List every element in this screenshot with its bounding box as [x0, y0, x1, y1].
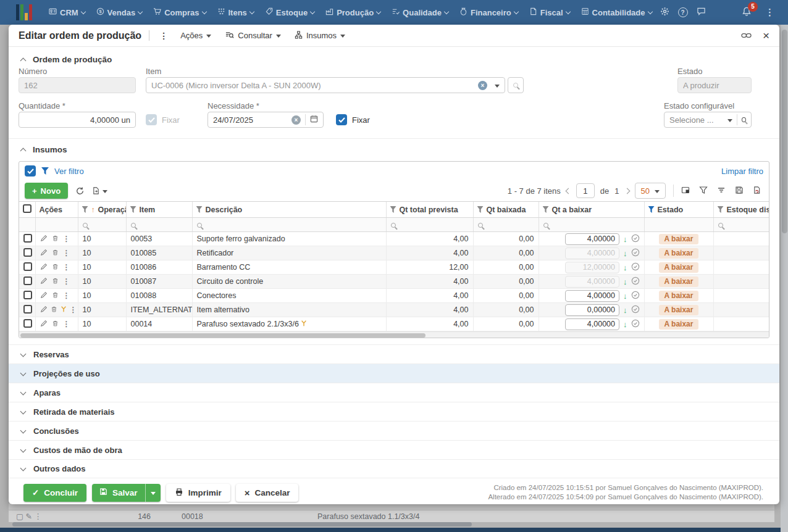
nav-menu-qualidade[interactable]: Qualidade [386, 0, 454, 25]
col-descricao[interactable]: Descrição [192, 202, 386, 218]
cancelar-button[interactable]: × Cancelar [236, 484, 299, 502]
filter-qt-baixada[interactable] [473, 218, 539, 232]
confirm-icon[interactable] [631, 305, 640, 315]
delete-icon[interactable] [52, 249, 59, 258]
insumos-menu[interactable]: Insumos [291, 31, 349, 41]
calendar-icon[interactable] [310, 115, 318, 125]
col-operacao[interactable]: ↑Operação [78, 202, 126, 218]
save-layout-icon[interactable] [735, 186, 744, 196]
item-search-button[interactable] [508, 77, 524, 93]
header-checkbox[interactable] [23, 204, 31, 213]
section-outros-dados[interactable]: Outros dados [9, 459, 779, 478]
filter-lines-icon[interactable] [717, 186, 726, 196]
columns-icon[interactable] [681, 186, 690, 196]
clear-icon[interactable]: × [291, 115, 301, 125]
navbar-menu-icon[interactable]: ⋮ [765, 7, 774, 18]
col-estado[interactable]: Estado [644, 202, 713, 218]
item-combo[interactable]: × [146, 77, 505, 93]
row-menu-icon[interactable]: ⋮ [63, 263, 70, 272]
qt-a-baixar-input[interactable] [565, 304, 619, 316]
row-checkbox[interactable] [23, 305, 32, 314]
col-qt-total[interactable]: Qt total prevista [386, 202, 473, 218]
export-icon[interactable] [92, 186, 107, 195]
row-menu-icon[interactable]: ⋮ [63, 320, 70, 328]
acoes-menu[interactable]: Ações [177, 31, 215, 40]
imprimir-button[interactable]: Imprimir [166, 484, 230, 502]
chat-icon[interactable] [697, 7, 706, 18]
filter-item[interactable] [126, 218, 192, 232]
section-reservas[interactable]: Reservas [9, 344, 779, 364]
row-menu-icon[interactable]: ⋮ [70, 305, 77, 314]
section-custos-de-mao-de-obra[interactable]: Custos de mão de obra [9, 440, 779, 459]
row-checkbox[interactable] [23, 291, 32, 299]
filter-estoque[interactable] [713, 218, 769, 232]
clear-icon[interactable]: × [478, 81, 487, 90]
page-size-select[interactable]: 50 [635, 183, 666, 199]
confirm-icon[interactable] [631, 248, 640, 259]
edit-icon[interactable] [40, 263, 48, 272]
table-horizontal-scrollbar[interactable] [19, 331, 769, 338]
filter-icon[interactable] [130, 206, 136, 213]
confirm-icon[interactable] [631, 319, 640, 330]
caret-down-icon[interactable] [495, 85, 500, 88]
page-scrollbar[interactable] [781, 25, 788, 532]
confirm-icon[interactable] [631, 234, 640, 244]
row-checkbox[interactable] [23, 234, 32, 243]
limpar-filtro-link[interactable]: Limpar filtro [721, 167, 763, 176]
baixar-icon[interactable]: ↓ [623, 320, 627, 329]
baixar-icon[interactable]: ↓ [623, 291, 627, 301]
active-filter-icon[interactable] [648, 206, 655, 213]
row-menu-icon[interactable]: ⋮ [63, 277, 70, 286]
edit-icon[interactable] [40, 235, 48, 244]
col-acoes[interactable]: Ações [35, 202, 78, 218]
confirm-icon[interactable] [631, 262, 640, 273]
nav-menu-fiscal[interactable]: Fiscal [524, 0, 576, 25]
col-estoque[interactable]: Estoque disponível [713, 202, 769, 218]
qt-a-baixar-input[interactable] [565, 233, 619, 245]
necessidade-date-field[interactable]: × [207, 112, 324, 128]
delete-icon[interactable] [52, 320, 59, 329]
edit-icon[interactable] [40, 277, 48, 286]
baixar-icon[interactable]: ↓ [623, 277, 627, 286]
edit-icon[interactable] [40, 305, 48, 315]
salvar-options-button[interactable] [145, 484, 161, 502]
ver-filtro-link[interactable]: Ver filtro [54, 167, 84, 176]
nav-menu-compras[interactable]: Compras [148, 0, 211, 25]
filter-qt-a-baixar[interactable] [539, 218, 644, 232]
filter-qt-total[interactable] [386, 218, 473, 232]
page-input[interactable] [576, 183, 595, 198]
filter-icon[interactable] [390, 206, 396, 213]
concluir-button[interactable]: ✓ Concluir [23, 484, 86, 502]
refresh-icon[interactable] [75, 186, 85, 196]
insumos-section-header[interactable]: Insumos [19, 139, 769, 156]
help-icon[interactable]: ? [678, 7, 688, 17]
delete-icon[interactable] [52, 291, 59, 301]
section-projecoes-de-uso[interactable]: Projeções de uso [9, 364, 779, 383]
filter-icon[interactable] [718, 206, 724, 213]
nav-menu-crm[interactable]: CRM [43, 0, 91, 25]
row-menu-icon[interactable]: ⋮ [63, 249, 70, 257]
nav-menu-estoque[interactable]: Estoque [259, 0, 320, 25]
row-checkbox[interactable] [23, 248, 32, 257]
salvar-button[interactable]: Salvar [92, 484, 145, 502]
novo-button[interactable]: + Novo [25, 183, 68, 199]
row-menu-icon[interactable]: ⋮ [63, 235, 70, 243]
prev-page-icon[interactable] [565, 188, 571, 194]
dialog-kebab-menu-icon[interactable]: ⋮ [157, 31, 170, 41]
baixar-icon[interactable]: ↓ [623, 305, 627, 315]
link-icon[interactable] [741, 30, 752, 41]
nav-menu-contabilidade[interactable]: Contabilidade [576, 0, 658, 25]
alternative-item-icon[interactable] [61, 305, 67, 314]
filter-estado[interactable] [644, 218, 713, 232]
background-horizontal-scrollbar[interactable] [12, 522, 472, 526]
edit-icon[interactable] [40, 291, 48, 301]
baixar-icon[interactable]: ↓ [623, 235, 627, 244]
row-menu-icon[interactable]: ⋮ [63, 291, 70, 300]
next-page-icon[interactable] [624, 188, 630, 194]
row-checkbox[interactable] [23, 319, 32, 328]
nav-menu-financeiro[interactable]: Financeiro [454, 0, 524, 25]
report-icon[interactable] [753, 186, 761, 196]
filter-icon[interactable] [196, 206, 203, 213]
filter-icon[interactable] [543, 206, 549, 213]
delete-icon[interactable] [52, 277, 59, 286]
